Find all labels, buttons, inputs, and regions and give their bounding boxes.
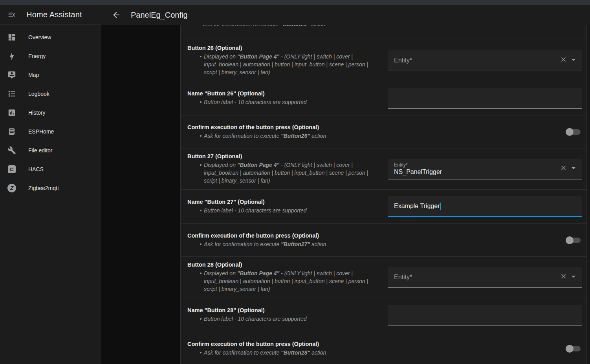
- menu-open-icon[interactable]: [7, 10, 16, 20]
- sidebar-item-energy[interactable]: Energy: [0, 47, 101, 66]
- bullet-marker: •: [198, 240, 204, 248]
- field-description: • Button label - 10 characters are suppo…: [187, 98, 375, 106]
- sidebar-item-overview[interactable]: Overview: [0, 28, 101, 47]
- sidebar-item-label: History: [28, 110, 46, 116]
- entity-select[interactable]: Entity*NS_PanelTrigger: [388, 159, 582, 179]
- name-input[interactable]: [388, 305, 582, 326]
- confirm-toggle[interactable]: [566, 236, 581, 244]
- page-title: PanelEg_Config: [131, 11, 188, 20]
- field-description: • Button label - 10 characters are suppo…: [187, 315, 375, 323]
- field-label: Confirm execution of the button press (O…: [187, 124, 380, 130]
- sidebar-item-file-editor[interactable]: File editor: [0, 141, 101, 160]
- field-label: Name "Button 26" (Optional): [187, 90, 380, 97]
- sidebar-item-history[interactable]: History: [0, 103, 101, 122]
- sidebar-item-label: HACS: [28, 166, 44, 172]
- field-label: Name "Button 27" (Optional): [187, 199, 380, 205]
- app-title: Home Assistant: [26, 10, 82, 19]
- clipped-previous-row: Ask for confirmation to execute "Button2…: [181, 25, 586, 40]
- confirm-toggle[interactable]: [566, 345, 581, 353]
- sidebar-item-label: Logbook: [28, 91, 49, 97]
- entity-select[interactable]: Entity*: [388, 50, 582, 71]
- sidebar-nav: Overview Energy Map Logbook History ESPH…: [0, 25, 101, 198]
- lightning-bolt-icon: [7, 51, 16, 61]
- confirm-row: Confirm execution of the button press (O…: [181, 224, 586, 257]
- entity-select[interactable]: Entity*: [388, 267, 582, 288]
- clear-icon[interactable]: [560, 56, 567, 65]
- clear-icon[interactable]: [560, 164, 567, 173]
- page-header: PanelEg_Config: [101, 5, 590, 25]
- sidebar-item-hacs[interactable]: C HACS: [0, 160, 101, 179]
- sidebar-item-label: File editor: [28, 147, 52, 154]
- confirm-row: Confirm execution of the button press (O…: [181, 332, 586, 364]
- name-input-value: Example Trigger: [394, 203, 440, 210]
- name-row: Name "Button 28" (Optional) • Button lab…: [181, 298, 586, 332]
- chart-box-icon: [7, 108, 16, 117]
- sidebar-item-label: ESPHome: [28, 128, 54, 135]
- sidebar-item-logbook[interactable]: Logbook: [0, 84, 101, 103]
- confirm-toggle[interactable]: [566, 128, 581, 136]
- zigbee-z-icon: Z: [7, 183, 16, 193]
- sidebar-item-label: Map: [28, 72, 39, 78]
- name-input[interactable]: Example Trigger: [388, 196, 582, 217]
- bullet-marker: •: [198, 161, 204, 185]
- chevron-down-icon[interactable]: [569, 163, 578, 174]
- text-caret: [440, 203, 441, 210]
- content-right-strip: [587, 25, 590, 364]
- hacs-c-icon: C: [7, 165, 16, 174]
- toggle-knob: [566, 345, 574, 353]
- clear-icon[interactable]: [560, 273, 567, 282]
- toggle-knob: [566, 236, 574, 244]
- wrench-icon: [7, 146, 16, 155]
- chevron-down-icon[interactable]: [569, 55, 578, 66]
- bullet-marker: •: [198, 53, 204, 76]
- sidebar-item-label: Zigbee2mqtt: [28, 185, 59, 191]
- bullet-marker: •: [198, 98, 204, 106]
- entity-select-label: Entity*: [394, 274, 559, 281]
- content-left-gap: [101, 25, 180, 364]
- chip-icon: [7, 127, 16, 136]
- name-input[interactable]: [388, 88, 582, 109]
- bullet-marker: •: [198, 207, 204, 214]
- arrow-left-icon[interactable]: [112, 10, 121, 20]
- field-label: Button 26 (Optional): [187, 45, 380, 51]
- sidebar-header: Home Assistant: [0, 5, 101, 25]
- bullet-marker: •: [198, 269, 204, 293]
- field-label: Button 27 (Optional): [187, 153, 380, 159]
- sidebar-item-zigbee2mqtt[interactable]: Z Zigbee2mqtt: [0, 179, 101, 198]
- field-label: Button 28 (Optional): [187, 262, 380, 268]
- entity-select-value: NS_PanelTrigger: [394, 168, 559, 176]
- name-row: Name "Button 27" (Optional) • Button lab…: [181, 190, 586, 224]
- config-form-panel: Ask for confirmation to execute "Button2…: [180, 25, 587, 364]
- field-description: • Button label - 10 characters are suppo…: [187, 207, 375, 214]
- toggle-knob: [566, 128, 574, 136]
- bullet-marker: •: [198, 315, 204, 323]
- field-label: Confirm execution of the button press (O…: [187, 232, 380, 239]
- tooltip-account-icon: [7, 70, 16, 80]
- entity-row: Button 26 (Optional) • Displayed on "But…: [181, 40, 586, 81]
- chevron-down-icon[interactable]: [569, 272, 578, 283]
- field-description: • Displayed on "Button Page 4" - (ONLY l…: [187, 53, 375, 76]
- sidebar-item-esphome[interactable]: ESPHome: [0, 122, 101, 141]
- field-description: • Displayed on "Button Page 4" - (ONLY l…: [187, 161, 375, 185]
- sidebar-item-label: Overview: [28, 34, 51, 40]
- field-description: • Ask for confirmation to execute "Butto…: [187, 349, 375, 357]
- sidebar-item-map[interactable]: Map: [0, 66, 101, 84]
- window-top-strip: [0, 0, 590, 5]
- field-description: Ask for confirmation to execute "Button2…: [203, 25, 325, 28]
- entity-select-label: Entity*: [394, 162, 559, 168]
- sidebar: Home Assistant Overview Energy Map Logbo…: [0, 5, 101, 364]
- view-dashboard-icon: [7, 33, 16, 42]
- confirm-row: Confirm execution of the button press (O…: [181, 115, 586, 148]
- field-description: • Displayed on "Button Page 4" - (ONLY l…: [187, 269, 375, 293]
- bullet-marker: •: [198, 132, 204, 140]
- list-bulleted-icon: [7, 89, 16, 99]
- bullet-marker: •: [198, 349, 204, 357]
- field-label: Name "Button 28" (Optional): [187, 307, 380, 313]
- name-row: Name "Button 26" (Optional) • Button lab…: [181, 81, 586, 115]
- sidebar-item-label: Energy: [28, 53, 46, 59]
- entity-row: Button 27 (Optional) • Displayed on "But…: [181, 148, 586, 190]
- field-label: Confirm execution of the button press (O…: [187, 341, 380, 347]
- field-description: • Ask for confirmation to execute "Butto…: [187, 132, 375, 140]
- field-description: • Ask for confirmation to execute "Butto…: [187, 240, 375, 248]
- entity-select-label: Entity*: [394, 57, 559, 64]
